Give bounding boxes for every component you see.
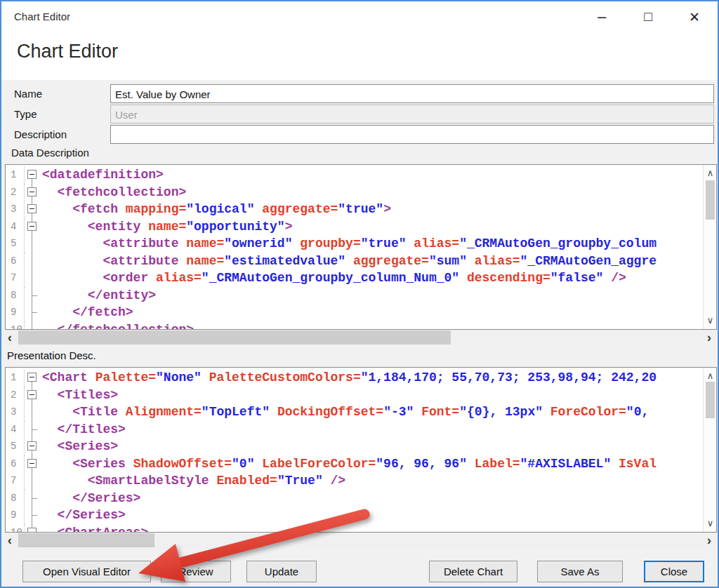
collapse-icon[interactable] bbox=[27, 441, 37, 450]
fold-gutter bbox=[24, 304, 39, 321]
fold-gutter bbox=[24, 321, 39, 330]
code-line: 5 <Series> bbox=[6, 438, 716, 455]
scroll-right-icon[interactable]: › bbox=[702, 330, 716, 345]
scroll-left-icon[interactable]: ‹ bbox=[3, 330, 17, 345]
maximize-icon[interactable]: □ bbox=[635, 6, 661, 28]
code-line: 3 <Title Alignment="TopLeft" DockingOffs… bbox=[6, 403, 716, 421]
fold-gutter bbox=[24, 490, 39, 507]
line-number: 3 bbox=[6, 203, 24, 215]
scroll-left-icon[interactable]: ‹ bbox=[3, 533, 17, 548]
review-button[interactable]: Review bbox=[161, 561, 231, 582]
code-text: <Series ShadowOffset="0" LabelForeColor=… bbox=[42, 457, 657, 471]
fold-gutter bbox=[24, 455, 39, 473]
code-text: <Titles> bbox=[42, 388, 118, 402]
close-icon[interactable]: ✕ bbox=[681, 6, 708, 28]
code-text: </Titles> bbox=[42, 422, 126, 436]
line-number: 6 bbox=[6, 458, 24, 469]
name-input[interactable] bbox=[110, 84, 714, 103]
line-number: 9 bbox=[6, 307, 24, 318]
name-label: Name bbox=[14, 88, 42, 100]
fold-gutter bbox=[24, 507, 39, 524]
scroll-up-icon[interactable]: ∧ bbox=[704, 369, 717, 382]
scroll-up-icon[interactable]: ∧ bbox=[704, 166, 717, 179]
update-button[interactable]: Update bbox=[246, 561, 317, 582]
code-text: <attribute name="estimatedvalue" aggrega… bbox=[42, 254, 657, 268]
minimize-icon[interactable]: – bbox=[588, 6, 615, 28]
code-text: <Chart Palette="None" PaletteCustomColor… bbox=[42, 370, 657, 385]
scrollbar-thumb[interactable] bbox=[18, 330, 451, 345]
data-description-code-editor[interactable]: 1<datadefinition>2 <fetchcollection>3 <f… bbox=[5, 164, 717, 330]
titlebar: Chart Editor – □ ✕ bbox=[1, 1, 718, 33]
scrollbar-thumb[interactable] bbox=[18, 533, 154, 547]
code-text: <ChartAreas> bbox=[42, 526, 148, 533]
code-text: </fetch> bbox=[42, 305, 133, 319]
save-as-button[interactable]: Save As bbox=[537, 561, 623, 582]
window-controls: – □ ✕ bbox=[588, 6, 708, 28]
collapse-icon[interactable] bbox=[27, 390, 37, 399]
code-text: <Series> bbox=[42, 439, 118, 453]
collapse-icon[interactable] bbox=[27, 204, 37, 213]
close-button[interactable]: Close bbox=[644, 561, 704, 582]
line-number: 8 bbox=[6, 493, 24, 504]
code-line: 7 <SmartLabelStyle Enabled="True" /> bbox=[6, 472, 716, 490]
code-text: <datadefinition> bbox=[42, 168, 164, 182]
collapse-icon[interactable] bbox=[27, 187, 37, 196]
line-number: 6 bbox=[6, 255, 24, 267]
code-text: </fetchcollection> bbox=[42, 323, 194, 330]
line-number: 4 bbox=[6, 221, 24, 232]
fold-gutter bbox=[24, 369, 39, 387]
code-text: <Title Alignment="TopLeft" DockingOffset… bbox=[42, 405, 649, 419]
collapse-icon[interactable] bbox=[27, 459, 37, 468]
line-number: 5 bbox=[6, 238, 24, 249]
collapse-icon[interactable] bbox=[27, 222, 37, 231]
code-text: </Series> bbox=[42, 491, 140, 505]
code-line: 9 </Series> bbox=[6, 507, 716, 524]
code-text: <attribute name="ownerid" groupby="true"… bbox=[42, 236, 657, 250]
code-line: 10 </fetchcollection> bbox=[6, 321, 716, 330]
data-editor-vertical-scrollbar[interactable]: ∧ ∨ bbox=[703, 165, 716, 329]
collapse-icon[interactable] bbox=[27, 373, 37, 382]
open-visual-editor-button[interactable]: Open Visual Editor bbox=[22, 561, 151, 582]
data-editor-horizontal-scrollbar[interactable]: ‹ › bbox=[1, 330, 719, 345]
line-number: 3 bbox=[6, 406, 24, 417]
fold-gutter bbox=[24, 253, 39, 270]
fold-gutter bbox=[24, 421, 39, 439]
presentation-editor-horizontal-scrollbar[interactable]: ‹ › bbox=[1, 533, 719, 548]
scroll-down-icon[interactable]: ∨ bbox=[704, 314, 717, 326]
window-title: Chart Editor bbox=[14, 11, 70, 22]
description-label: Description bbox=[14, 128, 67, 140]
code-line: 3 <fetch mapping="logical" aggregate="tr… bbox=[6, 201, 716, 218]
line-number: 4 bbox=[6, 424, 24, 435]
fold-gutter bbox=[24, 235, 39, 253]
presentation-editor-vertical-scrollbar[interactable]: ∧ ∨ bbox=[703, 368, 716, 532]
code-line: 2 <Titles> bbox=[6, 387, 716, 404]
line-number: 1 bbox=[6, 372, 24, 383]
code-line: 2 <fetchcollection> bbox=[6, 184, 716, 201]
collapse-icon[interactable] bbox=[27, 528, 37, 533]
fold-gutter bbox=[24, 218, 39, 236]
line-number: 9 bbox=[6, 509, 24, 521]
code-text: </Series> bbox=[42, 508, 126, 522]
code-line: 5 <attribute name="ownerid" groupby="tru… bbox=[6, 235, 716, 253]
fold-gutter bbox=[24, 166, 39, 184]
line-number: 5 bbox=[6, 441, 24, 452]
description-input[interactable] bbox=[110, 125, 714, 144]
scrollbar-thumb[interactable] bbox=[706, 382, 715, 418]
collapse-icon[interactable] bbox=[27, 170, 37, 179]
code-line: 8 </Series> bbox=[6, 490, 716, 507]
code-line: 10 <ChartAreas> bbox=[6, 524, 716, 533]
scrollbar-thumb[interactable] bbox=[706, 180, 715, 220]
fold-gutter bbox=[24, 387, 39, 404]
scroll-down-icon[interactable]: ∨ bbox=[704, 516, 717, 529]
code-line: 6 <attribute name="estimatedvalue" aggre… bbox=[6, 253, 716, 270]
line-number: 2 bbox=[6, 389, 24, 401]
presentation-code-editor[interactable]: 1<Chart Palette="None" PaletteCustomColo… bbox=[5, 367, 717, 533]
fold-gutter bbox=[24, 524, 39, 533]
delete-chart-button[interactable]: Delete Chart bbox=[429, 561, 517, 582]
fold-gutter bbox=[24, 287, 39, 305]
fold-gutter bbox=[24, 472, 39, 490]
line-number: 10 bbox=[6, 324, 24, 330]
scroll-right-icon[interactable]: › bbox=[702, 533, 716, 548]
type-input bbox=[110, 105, 714, 123]
code-line: 1<Chart Palette="None" PaletteCustomColo… bbox=[6, 369, 716, 387]
